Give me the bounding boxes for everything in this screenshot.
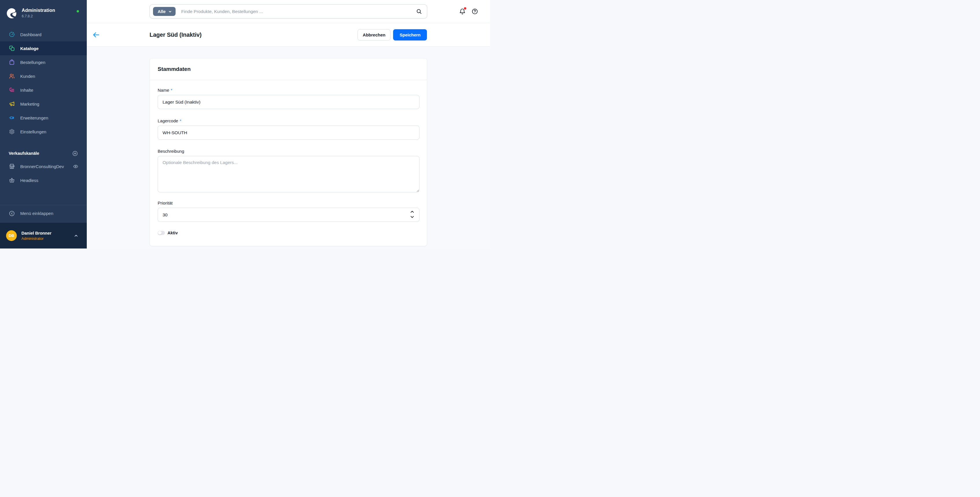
- active-toggle-group: Aktiv: [158, 231, 419, 235]
- name-field[interactable]: [158, 95, 419, 109]
- sidebar-item-label: Kataloge: [20, 46, 38, 51]
- description-field-group: Beschreibung: [158, 149, 419, 194]
- sales-channels-heading: Verkaufskanäle: [9, 151, 39, 156]
- priority-field-group: Priorität: [158, 201, 419, 222]
- user-info: Daniel Bronner Administrator: [21, 231, 51, 241]
- page-title: Lager Süd (Inaktiv): [150, 23, 202, 46]
- eye-icon[interactable]: [73, 164, 78, 169]
- prioritaet-label: Priorität: [158, 201, 419, 205]
- stammdaten-card: Stammdaten Name * Lagercode * Beschreib: [150, 58, 427, 246]
- sidebar-item-inhalte[interactable]: Inhalte: [0, 83, 87, 97]
- customers-icon: [9, 73, 15, 79]
- card-title: Stammdaten: [158, 66, 191, 72]
- marketing-icon: [9, 101, 15, 107]
- smartbar-actions: Abbrechen Speichern: [358, 29, 427, 40]
- app-title-block: Administration 6.7.8.2: [22, 8, 55, 18]
- stepper-down-icon[interactable]: [410, 214, 415, 220]
- search-icon[interactable]: [416, 8, 422, 14]
- required-marker: *: [180, 118, 181, 123]
- lagercode-field[interactable]: [158, 126, 419, 140]
- user-menu[interactable]: DB Daniel Bronner Administrator: [0, 223, 87, 248]
- sales-channel-label: Headless: [20, 178, 38, 183]
- topbar: Alle: [87, 0, 490, 23]
- user-role: Administrator: [21, 236, 51, 241]
- app-title: Administration: [22, 8, 55, 13]
- cancel-button[interactable]: Abbrechen: [358, 29, 390, 40]
- sales-channel-headless[interactable]: Headless: [0, 173, 87, 187]
- card-body: Name * Lagercode * Beschreibung: [150, 80, 427, 235]
- sidebar-item-label: Kunden: [20, 74, 35, 79]
- sidebar: Administration 6.7.8.2 Dashboard Katalog…: [0, 0, 87, 248]
- user-name: Daniel Bronner: [21, 231, 51, 236]
- sidebar-item-label: Inhalte: [20, 88, 33, 92]
- notifications-button[interactable]: [459, 8, 466, 15]
- lagercode-label: Lagercode *: [158, 118, 419, 123]
- save-button[interactable]: Speichern: [393, 29, 427, 40]
- stepper-up-icon[interactable]: [410, 209, 415, 214]
- chevron-up-icon: [73, 233, 79, 238]
- sidebar-item-dashboard[interactable]: Dashboard: [0, 27, 87, 41]
- search-input[interactable]: [176, 5, 416, 18]
- sidebar-item-bestellungen[interactable]: Bestellungen: [0, 55, 87, 69]
- name-field-group: Name *: [158, 88, 419, 109]
- sidebar-item-einstellungen[interactable]: Einstellungen: [0, 125, 87, 139]
- sidebar-item-label: Einstellungen: [20, 129, 46, 134]
- prioritaet-field[interactable]: [158, 208, 419, 222]
- card-header: Stammdaten: [150, 59, 427, 80]
- collapse-menu-button[interactable]: Menü einklappen: [0, 205, 87, 221]
- search-scope-label: Alle: [158, 9, 166, 14]
- orders-icon: [9, 59, 15, 65]
- sidebar-item-erweiterungen[interactable]: Erweiterungen: [0, 111, 87, 125]
- collapse-menu-label: Menü einklappen: [20, 211, 53, 216]
- sales-channels-header: Verkaufskanäle: [0, 147, 87, 160]
- aktiv-toggle[interactable]: [158, 231, 165, 235]
- sales-channel-list: BronnerConsultingDev Headless: [0, 159, 87, 187]
- shopware-logo-icon: [6, 8, 18, 19]
- avatar: DB: [6, 230, 17, 241]
- sidebar-item-label: Erweiterungen: [20, 115, 48, 120]
- content-area: Stammdaten Name * Lagercode * Beschreib: [87, 46, 490, 248]
- beschreibung-field[interactable]: [158, 156, 419, 193]
- sidebar-item-label: Marketing: [20, 102, 39, 107]
- toggle-knob: [158, 231, 162, 235]
- dashboard-icon: [9, 31, 15, 38]
- online-status-dot: [76, 10, 79, 13]
- sidebar-item-kataloge[interactable]: Kataloge: [0, 41, 87, 55]
- smartbar: Lager Süd (Inaktiv) Abbrechen Speichern: [87, 23, 490, 46]
- basket-icon: [9, 177, 15, 183]
- sidebar-item-marketing[interactable]: Marketing: [0, 97, 87, 111]
- content-icon: [9, 87, 15, 93]
- beschreibung-label: Beschreibung: [158, 149, 419, 154]
- aktiv-label: Aktiv: [167, 231, 178, 235]
- main-menu: Dashboard Kataloge Bestellungen: [0, 27, 87, 139]
- global-search-bar[interactable]: Alle: [150, 4, 427, 19]
- back-arrow-icon[interactable]: [92, 31, 100, 39]
- chevron-down-icon: [168, 10, 172, 14]
- sidebar-item-kunden[interactable]: Kunden: [0, 69, 87, 83]
- settings-icon: [9, 129, 15, 135]
- extensions-icon: [9, 115, 15, 121]
- app-header: Administration 6.7.8.2: [6, 8, 81, 19]
- sidebar-item-label: Bestellungen: [20, 60, 45, 65]
- code-field-group: Lagercode *: [158, 118, 419, 140]
- name-label: Name *: [158, 88, 419, 92]
- required-marker: *: [171, 88, 172, 92]
- help-button[interactable]: [471, 8, 478, 15]
- priority-number-field: [158, 205, 419, 222]
- notification-unread-dot: [464, 7, 466, 10]
- search-scope-dropdown[interactable]: Alle: [153, 7, 176, 16]
- sidebar-item-label: Dashboard: [20, 32, 41, 37]
- sales-channel-label: BronnerConsultingDev: [20, 164, 64, 169]
- chevron-left-circle-icon: [9, 210, 15, 217]
- add-sales-channel-icon[interactable]: [72, 150, 78, 156]
- app-version: 6.7.8.2: [22, 14, 55, 18]
- storefront-icon: [9, 163, 15, 169]
- sales-channel-bronnerconsultingdev[interactable]: BronnerConsultingDev: [0, 159, 87, 173]
- catalogues-icon: [9, 45, 15, 51]
